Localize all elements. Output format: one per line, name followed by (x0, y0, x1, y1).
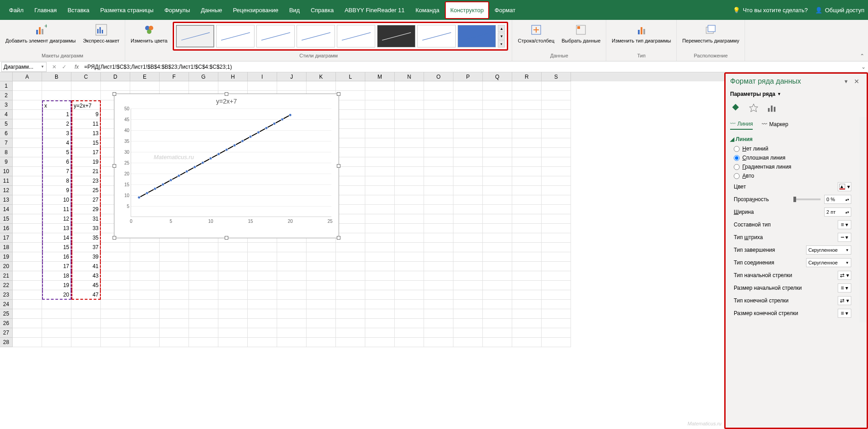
cell-N6[interactable] (395, 129, 424, 138)
change-colors-button[interactable]: Изменить цвета (129, 22, 169, 45)
ribbon-tab-главная[interactable]: Главная (29, 1, 62, 19)
cell-R18[interactable] (512, 243, 542, 252)
cell-R7[interactable] (512, 138, 542, 148)
cell-E26[interactable] (130, 319, 160, 328)
cell-G18[interactable] (189, 243, 218, 252)
cell-S7[interactable] (542, 138, 571, 148)
cell-C22[interactable]: 45 (71, 281, 101, 290)
cell-B12[interactable]: 9 (42, 186, 71, 195)
cell-A13[interactable] (13, 195, 42, 205)
cell-G19[interactable] (189, 252, 218, 262)
row-header-22[interactable]: 22 (0, 281, 13, 290)
cell-N21[interactable] (395, 271, 424, 281)
cell-Q17[interactable] (483, 233, 512, 243)
cell-Q3[interactable] (483, 100, 512, 110)
cell-O26[interactable] (424, 319, 453, 328)
cell-N26[interactable] (395, 319, 424, 328)
cell-N19[interactable] (395, 252, 424, 262)
cell-A24[interactable] (13, 300, 42, 309)
cell-N27[interactable] (395, 328, 424, 338)
cancel-formula-button[interactable]: ✕ (52, 64, 57, 70)
cell-L4[interactable] (336, 110, 365, 119)
cell-L1[interactable] (336, 81, 365, 91)
cell-S27[interactable] (542, 328, 571, 338)
cell-B24[interactable] (42, 300, 71, 309)
cell-D24[interactable] (101, 300, 130, 309)
cell-S25[interactable] (542, 309, 571, 319)
radio-no-line-input[interactable] (734, 146, 740, 152)
cell-A12[interactable] (13, 186, 42, 195)
cell-H20[interactable] (218, 262, 248, 271)
ribbon-tab-формат[interactable]: Формат (489, 1, 521, 19)
cell-M10[interactable] (365, 167, 395, 176)
col-header-I[interactable]: I (248, 72, 277, 81)
cell-M2[interactable] (365, 91, 395, 100)
cell-L15[interactable] (336, 214, 365, 224)
cell-M1[interactable] (365, 81, 395, 91)
cell-I22[interactable] (248, 281, 277, 290)
ribbon-tab-конструктор[interactable]: Конструктор (445, 1, 489, 19)
cell-O16[interactable] (424, 224, 453, 233)
cell-C28[interactable] (71, 338, 101, 347)
style-thumb-5[interactable] (337, 25, 375, 47)
cell-P26[interactable] (453, 319, 483, 328)
cell-L7[interactable] (336, 138, 365, 148)
cell-O15[interactable] (424, 214, 453, 224)
cell-C13[interactable]: 27 (71, 195, 101, 205)
cell-J22[interactable] (277, 281, 307, 290)
cell-C3[interactable]: y=2x+7 (71, 100, 101, 110)
chart-styles-gallery[interactable]: ▲ ▼ ▾ (173, 22, 508, 51)
cell-S6[interactable] (542, 129, 571, 138)
cell-A21[interactable] (13, 271, 42, 281)
cell-L24[interactable] (336, 300, 365, 309)
cell-A11[interactable] (13, 176, 42, 186)
row-header-2[interactable]: 2 (0, 91, 13, 100)
cell-A15[interactable] (13, 214, 42, 224)
cell-Q15[interactable] (483, 214, 512, 224)
cell-S12[interactable] (542, 186, 571, 195)
col-header-O[interactable]: O (424, 72, 453, 81)
cell-M15[interactable] (365, 214, 395, 224)
cell-N16[interactable] (395, 224, 424, 233)
cell-M8[interactable] (365, 148, 395, 157)
cell-B26[interactable] (42, 319, 71, 328)
cell-M14[interactable] (365, 205, 395, 214)
cell-R11[interactable] (512, 176, 542, 186)
ribbon-tab-команда[interactable]: Команда (410, 1, 445, 19)
select-all-cell[interactable] (0, 72, 13, 81)
cell-K28[interactable] (307, 338, 336, 347)
cell-C11[interactable]: 23 (71, 176, 101, 186)
cell-L27[interactable] (336, 328, 365, 338)
cell-R8[interactable] (512, 148, 542, 157)
width-input[interactable]: 2 пт▴▾ (824, 207, 851, 217)
cell-N10[interactable] (395, 167, 424, 176)
cell-F25[interactable] (160, 309, 189, 319)
chart-series-line[interactable] (131, 108, 330, 217)
cell-C16[interactable]: 33 (71, 224, 101, 233)
cell-K24[interactable] (307, 300, 336, 309)
style-thumb-2[interactable] (216, 25, 255, 47)
cell-O19[interactable] (424, 252, 453, 262)
cell-R17[interactable] (512, 233, 542, 243)
cell-M4[interactable] (365, 110, 395, 119)
cell-H22[interactable] (218, 281, 248, 290)
cell-M11[interactable] (365, 176, 395, 186)
col-header-G[interactable]: G (189, 72, 218, 81)
cell-L20[interactable] (336, 262, 365, 271)
cell-E22[interactable] (130, 281, 160, 290)
cell-N7[interactable] (395, 138, 424, 148)
cell-L16[interactable] (336, 224, 365, 233)
cell-B23[interactable]: 20 (42, 290, 71, 300)
cell-R25[interactable] (512, 309, 542, 319)
cell-S1[interactable] (542, 81, 571, 91)
cell-C24[interactable] (71, 300, 101, 309)
cell-C5[interactable]: 11 (71, 119, 101, 129)
row-header-4[interactable]: 4 (0, 110, 13, 119)
row-header-21[interactable]: 21 (0, 271, 13, 281)
cell-P20[interactable] (453, 262, 483, 271)
row-header-24[interactable]: 24 (0, 300, 13, 309)
cell-B6[interactable]: 3 (42, 129, 71, 138)
cell-P1[interactable] (453, 81, 483, 91)
cell-S3[interactable] (542, 100, 571, 110)
cell-C4[interactable]: 9 (71, 110, 101, 119)
